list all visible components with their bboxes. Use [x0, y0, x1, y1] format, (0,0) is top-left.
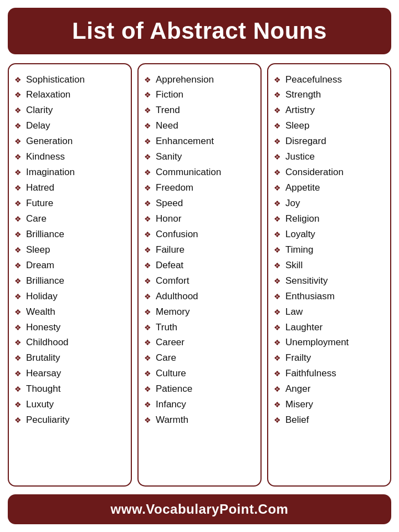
list-item: ❖Joy — [274, 196, 385, 212]
list-item: ❖Laughter — [274, 320, 385, 335]
list-item: ❖Brilliance — [14, 273, 125, 289]
list-item: ❖Enthusiasm — [274, 289, 385, 304]
diamond-icon: ❖ — [14, 214, 22, 224]
diamond-icon: ❖ — [144, 75, 151, 85]
list-item: ❖Honesty — [14, 320, 125, 335]
diamond-icon: ❖ — [274, 353, 281, 364]
noun-label: Brilliance — [26, 275, 64, 288]
diamond-icon: ❖ — [274, 323, 281, 333]
noun-label: Need — [156, 120, 178, 132]
list-item: ❖Unemployment — [274, 335, 385, 351]
noun-label: Justice — [285, 151, 315, 163]
noun-label: Unemployment — [285, 336, 349, 349]
noun-label: Brutality — [26, 352, 60, 365]
diamond-icon: ❖ — [14, 369, 22, 379]
noun-label: Infancy — [156, 398, 186, 411]
noun-label: Anger — [285, 383, 310, 396]
list-item: ❖Kindness — [14, 150, 125, 165]
diamond-icon: ❖ — [144, 121, 151, 131]
diamond-icon: ❖ — [14, 353, 22, 364]
noun-label: Childhood — [26, 336, 69, 349]
noun-label: Joy — [285, 197, 300, 210]
list-item: ❖Enhancement — [144, 134, 255, 150]
noun-label: Law — [285, 306, 303, 319]
diamond-icon: ❖ — [14, 183, 22, 193]
list-item: ❖Brilliance — [14, 227, 125, 242]
list-item: ❖Speed — [144, 196, 255, 212]
noun-label: Peculiarity — [26, 414, 69, 427]
list-item: ❖Warmth — [144, 413, 255, 428]
diamond-icon: ❖ — [144, 415, 151, 426]
list-item: ❖Brutality — [14, 351, 125, 366]
noun-label: Misery — [285, 398, 313, 411]
noun-label: Career — [156, 336, 185, 349]
noun-label: Freedom — [156, 182, 193, 195]
diamond-icon: ❖ — [144, 90, 151, 100]
noun-label: Holiday — [26, 290, 58, 303]
diamond-icon: ❖ — [274, 152, 281, 162]
list-item: ❖Infancy — [144, 397, 255, 413]
diamond-icon: ❖ — [274, 183, 281, 193]
column-2: ❖Apprehension❖Fiction❖Trend❖Need❖Enhance… — [137, 63, 262, 487]
noun-label: Brilliance — [26, 228, 64, 241]
diamond-icon: ❖ — [274, 229, 281, 240]
list-item: ❖Disregard — [274, 134, 385, 150]
noun-label: Honor — [156, 213, 181, 226]
diamond-icon: ❖ — [14, 307, 22, 318]
diamond-icon: ❖ — [14, 291, 22, 302]
noun-label: Memory — [156, 306, 190, 319]
diamond-icon: ❖ — [144, 214, 151, 224]
list-item: ❖Sleep — [14, 242, 125, 258]
diamond-icon: ❖ — [14, 198, 22, 209]
list-item: ❖Holiday — [14, 289, 125, 304]
list-item: ❖Care — [144, 351, 255, 366]
noun-label: Fiction — [156, 89, 183, 101]
list-item: ❖Misery — [274, 397, 385, 413]
list-item: ❖Timing — [274, 242, 385, 258]
diamond-icon: ❖ — [144, 323, 151, 333]
list-item: ❖Care — [14, 211, 125, 227]
noun-label: Trend — [156, 104, 180, 117]
noun-label: Warmth — [156, 414, 188, 427]
diamond-icon: ❖ — [274, 75, 281, 85]
diamond-icon: ❖ — [274, 121, 281, 131]
noun-label: Delay — [26, 120, 50, 132]
list-item: ❖Strength — [274, 88, 385, 103]
noun-label: Sanity — [156, 151, 182, 163]
list-item: ❖Fiction — [144, 88, 255, 103]
noun-label: Dream — [26, 259, 54, 272]
noun-label: Culture — [156, 367, 186, 380]
diamond-icon: ❖ — [274, 400, 281, 410]
noun-label: Peacefulness — [285, 74, 342, 86]
diamond-icon: ❖ — [274, 245, 281, 255]
list-item: ❖Consideration — [274, 165, 385, 181]
noun-label: Thought — [26, 383, 60, 396]
list-item: ❖Imagination — [14, 165, 125, 181]
noun-label: Enhancement — [156, 135, 214, 148]
noun-label: Generation — [26, 135, 73, 148]
diamond-icon: ❖ — [14, 400, 22, 410]
list-item: ❖Law — [274, 304, 385, 320]
list-item: ❖Appetite — [274, 181, 385, 196]
diamond-icon: ❖ — [144, 369, 151, 379]
diamond-icon: ❖ — [144, 400, 151, 410]
diamond-icon: ❖ — [14, 136, 22, 147]
list-item: ❖Justice — [274, 150, 385, 165]
diamond-icon: ❖ — [274, 291, 281, 302]
noun-label: Sleep — [285, 120, 309, 132]
list-item: ❖Trend — [144, 103, 255, 119]
noun-label: Patience — [156, 383, 192, 396]
diamond-icon: ❖ — [14, 384, 22, 395]
diamond-icon: ❖ — [14, 229, 22, 240]
list-item: ❖Hearsay — [14, 366, 125, 382]
list-item: ❖Need — [144, 119, 255, 134]
page-title: List of Abstract Nouns — [19, 18, 380, 44]
list-item: ❖Faithfulness — [274, 366, 385, 382]
list-item: ❖Peculiarity — [14, 413, 125, 428]
diamond-icon: ❖ — [274, 214, 281, 224]
list-item: ❖Belief — [274, 413, 385, 428]
noun-label: Artistry — [285, 104, 315, 117]
list-item: ❖Luxuty — [14, 397, 125, 413]
noun-label: Faithfulness — [285, 367, 336, 380]
noun-label: Sensitivity — [285, 275, 328, 288]
